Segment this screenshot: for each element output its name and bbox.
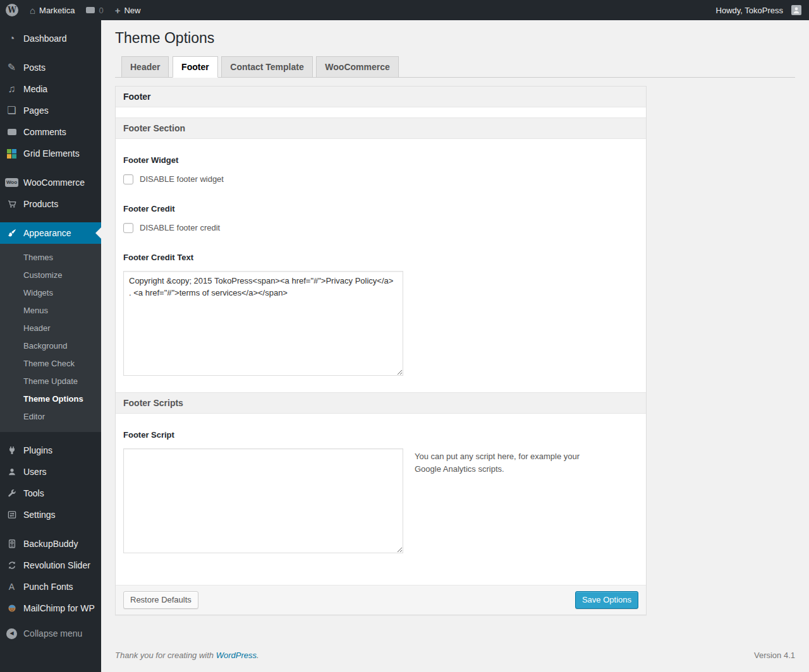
submenu-item-customize[interactable]: Customize <box>0 267 101 284</box>
thanks-suffix: . <box>257 651 259 660</box>
comment-bubble-icon <box>86 7 95 13</box>
page-title: Theme Options <box>115 29 795 48</box>
comments-count: 0 <box>99 6 103 15</box>
woocommerce-icon: Woo <box>0 178 23 187</box>
sidebar-item-backupbuddy[interactable]: BackupBuddy <box>0 533 101 555</box>
site-name-menu[interactable]: ⌂ Marketica <box>24 0 80 20</box>
footer-credit-text-label: Footer Credit Text <box>123 253 638 262</box>
avatar <box>791 5 801 15</box>
submenu-item-editor[interactable]: Editor <box>0 408 101 426</box>
footer-credit-field: DISABLE footer credit <box>123 223 638 233</box>
plugins-icon <box>0 445 23 455</box>
site-name: Marketica <box>39 6 75 15</box>
media-icon: ♫ <box>0 84 23 94</box>
thanks-prefix: Thank you for creating with <box>115 651 216 660</box>
my-account-menu[interactable]: Howdy, TokoPress <box>710 0 801 20</box>
sidebar-item-plugins[interactable]: Plugins <box>0 440 101 461</box>
submenu-item-widgets[interactable]: Widgets <box>0 284 101 302</box>
submenu-item-header[interactable]: Header <box>0 320 101 337</box>
sidebar-item-dashboard[interactable]: ◔Dashboard <box>0 28 101 49</box>
new-content-menu[interactable]: + New <box>109 0 147 20</box>
footer-section-body: Footer Widget DISABLE footer widget Foot… <box>116 139 646 392</box>
sidebar-item-label: Media <box>23 84 47 94</box>
save-options-button[interactable]: Save Options <box>575 591 638 609</box>
menu-separator <box>0 215 101 222</box>
user-avatar-icon <box>792 6 801 15</box>
wp-logo-menu[interactable]: W <box>0 0 24 20</box>
appearance-icon <box>0 228 23 238</box>
submenu-item-theme-update[interactable]: Theme Update <box>0 373 101 390</box>
disable-footer-widget-checkbox[interactable] <box>123 174 133 184</box>
sidebar-item-label: WooCommerce <box>23 177 85 188</box>
sidebar-item-posts[interactable]: ✎Posts <box>0 57 101 78</box>
submenu-item-theme-check[interactable]: Theme Check <box>0 355 101 373</box>
posts-icon: ✎ <box>0 63 23 73</box>
footer-thanks: Thank you for creating with WordPress. <box>115 651 259 660</box>
sidebar-item-users[interactable]: Users <box>0 461 101 483</box>
disable-footer-credit-checkbox[interactable] <box>123 223 133 233</box>
revolution-slider-icon <box>0 560 23 570</box>
submenu-item-menus[interactable]: Menus <box>0 302 101 320</box>
sidebar-item-label: Posts <box>23 63 46 73</box>
collapse-icon: ◀ <box>0 628 23 639</box>
footer-script-description: You can put any script here, for example… <box>415 450 605 476</box>
tab-contact-template[interactable]: Contact Template <box>221 56 312 78</box>
sidebar-item-label: Tools <box>23 488 44 498</box>
sidebar-item-label: Dashboard <box>23 33 67 44</box>
version-text: Version 4.1 <box>754 651 795 660</box>
footer-widget-label: Footer Widget <box>123 155 638 165</box>
dashboard-icon: ◔ <box>0 33 23 44</box>
footer-script-textarea[interactable] <box>123 448 403 553</box>
submenu-item-theme-options[interactable]: Theme Options <box>0 390 101 408</box>
tab-header[interactable]: Header <box>121 56 169 78</box>
sidebar-item-settings[interactable]: Settings <box>0 504 101 525</box>
menu-separator <box>0 49 101 57</box>
sidebar-item-media[interactable]: ♫Media <box>0 78 101 100</box>
admin-bar-left: W ⌂ Marketica 0 + New <box>0 0 146 20</box>
restore-defaults-button[interactable]: Restore Defaults <box>123 591 198 609</box>
sidebar-item-label: Pages <box>23 105 49 116</box>
sidebar-item-woocommerce[interactable]: WooWooCommerce <box>0 172 101 193</box>
sidebar-item-pages[interactable]: ❏Pages <box>0 100 101 121</box>
sidebar-item-label: Plugins <box>23 445 52 455</box>
disable-footer-widget-label: DISABLE footer widget <box>140 174 224 184</box>
sidebar-item-label: Punch Fonts <box>23 582 73 592</box>
products-icon <box>0 199 23 209</box>
footer-scripts-body: Footer Script You can put any script her… <box>116 414 646 585</box>
settings-icon <box>0 510 23 520</box>
wordpress-link[interactable]: WordPress <box>216 651 257 660</box>
group-header-footer: Footer <box>116 87 646 107</box>
disable-footer-credit-label: DISABLE footer credit <box>140 223 220 232</box>
sidebar-item-punch-fonts[interactable]: APunch Fonts <box>0 576 101 597</box>
sidebar-item-appearance[interactable]: Appearance <box>0 222 101 244</box>
sidebar-item-label: Appearance <box>23 228 71 238</box>
collapse-menu-button[interactable]: ◀Collapse menu <box>0 623 101 644</box>
sidebar-item-comments[interactable]: Comments <box>0 121 101 143</box>
submenu-item-background[interactable]: Background <box>0 337 101 355</box>
menu-separator <box>0 164 101 172</box>
page-footer: Thank you for creating with WordPress. V… <box>115 651 795 670</box>
sidebar-item-revolution-slider[interactable]: Revolution Slider <box>0 555 101 576</box>
sidebar-item-label: Comments <box>23 127 66 137</box>
sidebar-item-products[interactable]: Products <box>0 193 101 215</box>
sidebar-item-tools[interactable]: Tools <box>0 483 101 504</box>
mailchimp-icon <box>0 603 23 613</box>
sidebar-item-label: Products <box>23 199 58 209</box>
comments-shortcut[interactable]: 0 <box>80 0 109 20</box>
sidebar-item-label: Users <box>23 467 47 477</box>
plus-icon: + <box>115 6 121 15</box>
punch-fonts-icon: A <box>0 582 23 591</box>
sidebar-item-mailchimp[interactable]: MailChimp for WP <box>0 597 101 619</box>
sidebar-item-label: Settings <box>23 510 56 520</box>
grid-elements-icon <box>0 149 23 159</box>
home-icon: ⌂ <box>30 6 35 15</box>
sidebar-item-grid-elements[interactable]: Grid Elements <box>0 143 101 164</box>
appearance-submenu: ThemesCustomizeWidgetsMenusHeaderBackgro… <box>0 244 101 432</box>
tab-footer[interactable]: Footer <box>173 56 218 78</box>
tab-woocommerce[interactable]: WooCommerce <box>316 56 398 78</box>
submenu-item-themes[interactable]: Themes <box>0 249 101 267</box>
backupbuddy-icon <box>0 539 23 549</box>
sidebar-item-label: Grid Elements <box>23 148 80 159</box>
footer-credit-text-textarea[interactable]: Copyright &copy; 2015 TokoPress<span><a … <box>123 271 403 376</box>
comments-icon <box>0 129 23 135</box>
